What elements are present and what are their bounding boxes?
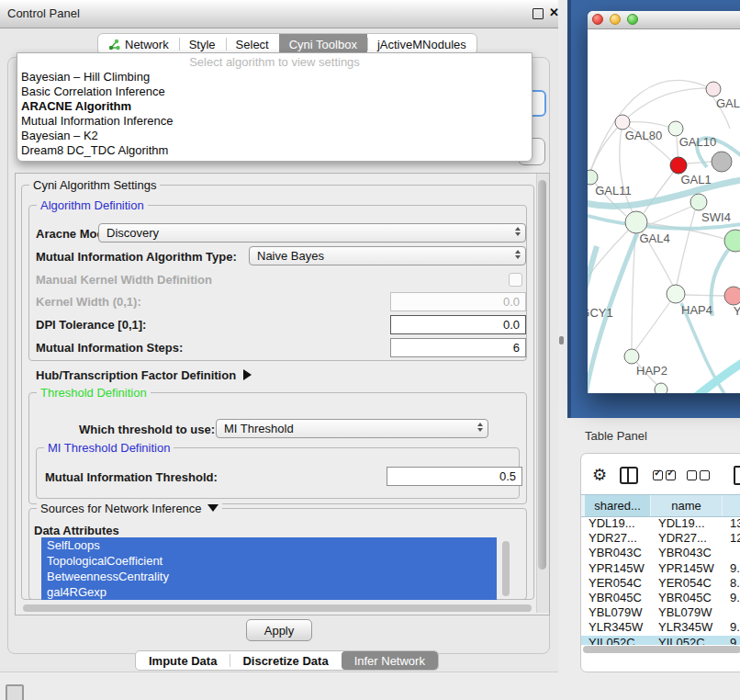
network-icon — [108, 39, 120, 51]
network-view-window[interactable]: GALGAL80GAL10GAL1GAL11SWI4GAL4GCY1HAP4YH… — [588, 11, 740, 393]
tab-jactivemnodules[interactable]: jActiveMNodules — [367, 34, 477, 54]
tab-cyni-toolbox[interactable]: Cyni Toolbox — [279, 34, 367, 54]
attribute-list-item[interactable]: gal4RGexp — [41, 584, 497, 600]
tab-discretize-data[interactable]: Discretize Data — [230, 651, 341, 670]
table-row[interactable]: YDR27...YDR27...12 — [581, 531, 740, 546]
network-node[interactable] — [690, 194, 707, 210]
column-header-name[interactable]: name — [651, 495, 723, 516]
table-row[interactable]: YDL19...YDL19...13 — [581, 516, 740, 531]
table-cell: YBR045C — [651, 591, 723, 605]
mi-threshold-field[interactable]: 0.5 — [387, 467, 522, 486]
network-node[interactable] — [667, 285, 685, 303]
which-threshold-combo[interactable]: MI Threshold — [216, 419, 488, 438]
table-row[interactable]: YBR043CYBR043C — [581, 546, 740, 560]
splitter-handle[interactable] — [559, 336, 564, 344]
node-label: HAP4 — [681, 303, 712, 317]
node-label: GAL10 — [679, 135, 716, 149]
table-row[interactable]: YIL052CYIL052C9. — [581, 636, 740, 646]
float-window-icon[interactable] — [533, 8, 544, 19]
dpi-tolerance-field[interactable]: 0.0 — [390, 315, 526, 334]
mac-zoom-button[interactable] — [627, 14, 638, 25]
tab-select[interactable]: Select — [226, 34, 279, 54]
close-icon[interactable]: ✕ — [549, 6, 559, 19]
table-row[interactable]: YER054CYER054C8. — [581, 576, 740, 591]
table-body[interactable]: YDL19...YDL19...13YDR27...YDR27...12YBR0… — [581, 516, 740, 645]
network-node[interactable] — [588, 170, 598, 185]
table-cell: YBR045C — [581, 591, 651, 605]
attribute-list-item[interactable]: BetweennessCentrality — [41, 569, 497, 584]
table-row[interactable]: YPR145WYPR145W9. — [581, 561, 740, 576]
attributes-list-scrollbar[interactable] — [502, 541, 510, 596]
network-window-titlebar[interactable] — [588, 11, 740, 29]
spinner-arrows-icon — [515, 250, 521, 259]
network-graph[interactable]: GALGAL80GAL10GAL1GAL11SWI4GAL4GCY1HAP4YH… — [588, 28, 740, 393]
network-node[interactable] — [712, 152, 732, 172]
control-panel-title: Control Panel — [7, 6, 80, 20]
mi-type-label: Mutual Information Algorithm Type: — [36, 250, 237, 264]
network-node[interactable] — [655, 383, 667, 393]
mi-threshold-title: MI Threshold Definition — [44, 441, 174, 455]
dropdown-item[interactable]: Dream8 DC_TDC Algorithm — [17, 143, 532, 158]
mi-steps-field[interactable]: 6 — [390, 338, 526, 357]
split-columns-icon[interactable] — [620, 467, 638, 484]
network-node[interactable] — [670, 157, 687, 174]
tab-network[interactable]: Network — [98, 34, 179, 54]
mi-type-combo[interactable]: Naive Bayes — [249, 246, 526, 265]
dropdown-item[interactable]: Bayesian – Hill Climbing — [17, 70, 532, 85]
attribute-list-item[interactable]: TopologicalCoefficient — [41, 553, 497, 569]
network-edges-highlighted — [588, 138, 740, 393]
table-row[interactable]: YBR045CYBR045C9. — [581, 591, 740, 605]
node-label: GAL4 — [639, 231, 669, 245]
network-node[interactable] — [668, 121, 683, 136]
network-node[interactable] — [625, 211, 647, 233]
sources-group-title[interactable]: Sources for Network Inference — [37, 502, 222, 515]
hub-section-toggle[interactable]: Hub/Transcription Factor Definition — [36, 368, 252, 382]
dropdown-item[interactable]: Bayesian – K2 — [17, 129, 532, 143]
mi-steps-label: Mutual Information Steps: — [36, 341, 183, 355]
network-node[interactable] — [724, 287, 740, 305]
table-cell: YDR27... — [651, 531, 723, 546]
column-header-shared[interactable]: shared... — [581, 495, 651, 516]
mac-minimize-button[interactable] — [610, 14, 621, 25]
control-panel: Control Panel ✕ Network Style Select Cyn… — [0, 0, 558, 672]
node-label: GAL1 — [680, 173, 711, 186]
dropdown-item-list: Bayesian – Hill ClimbingBasic Correlatio… — [17, 70, 532, 158]
table-row[interactable]: YLR345WYLR345W9. — [581, 620, 740, 635]
table-mode-icon[interactable] — [734, 466, 740, 485]
apply-button[interactable]: Apply — [246, 619, 312, 641]
collapsed-panel-icon[interactable] — [6, 684, 24, 700]
network-node[interactable] — [615, 115, 630, 130]
deselect-all-icon[interactable] — [687, 470, 710, 480]
table-row[interactable]: YBL079WYBL079W — [581, 605, 740, 620]
dropdown-item[interactable]: ARACNE Algorithm — [17, 99, 532, 114]
tab-impute-data[interactable]: Impute Data — [136, 651, 230, 670]
table-cell: YLR345W — [651, 620, 723, 635]
expand-right-icon — [243, 369, 252, 380]
table-horizontal-scrollbar[interactable] — [583, 646, 740, 653]
table-panel: ⚙ shared... name YDL19...YDL19...13YDR27… — [580, 453, 740, 672]
select-all-icon[interactable] — [653, 470, 676, 480]
column-header-partial[interactable] — [723, 495, 740, 516]
kernel-width-field[interactable]: 0.0 — [390, 292, 526, 311]
tab-infer-network[interactable]: Infer Network — [342, 651, 438, 670]
spinner-arrows-icon — [515, 227, 521, 236]
settings-scrollpane: Cyni Algorithm Settings Algorithm Defini… — [15, 173, 550, 615]
table-cell: 9. — [723, 561, 740, 576]
gear-icon[interactable]: ⚙ — [592, 467, 607, 483]
manual-kernel-checkbox[interactable] — [509, 273, 522, 287]
dropdown-item[interactable]: Basic Correlation Inference — [17, 85, 532, 99]
aracne-mode-combo[interactable]: Discovery — [98, 223, 526, 243]
settings-horizontal-scrollbar[interactable] — [23, 604, 532, 612]
network-node[interactable] — [706, 82, 721, 96]
manual-kernel-label: Manual Kernel Width Definition — [36, 273, 212, 287]
mac-close-button[interactable] — [592, 14, 603, 25]
tab-style[interactable]: Style — [179, 34, 226, 54]
network-node[interactable] — [724, 230, 740, 252]
settings-vertical-scrollbar-thumb[interactable] — [538, 180, 546, 570]
dropdown-item[interactable]: Mutual Information Inference — [17, 114, 532, 129]
data-attributes-list[interactable]: SelfLoopsTopologicalCoefficientBetweenne… — [41, 537, 511, 600]
dropdown-placeholder: Select algorithm to view settings — [17, 55, 532, 70]
network-node[interactable] — [624, 349, 639, 364]
table-cell: 13 — [723, 516, 740, 531]
attribute-list-item[interactable]: SelfLoops — [41, 537, 497, 553]
